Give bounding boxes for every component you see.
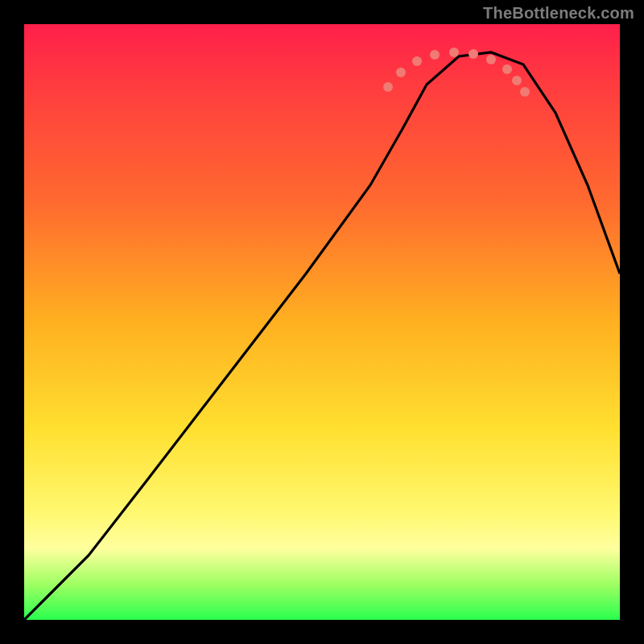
marker-dot xyxy=(469,49,478,59)
marker-dot xyxy=(520,87,530,97)
marker-dot xyxy=(412,56,422,66)
marker-dot xyxy=(396,68,406,77)
marker-dot xyxy=(502,64,512,74)
flat-region-markers xyxy=(24,24,620,620)
marker-dot xyxy=(486,55,496,64)
marker-dot xyxy=(430,50,440,60)
watermark-text: TheBottleneck.com xyxy=(483,5,634,21)
plot-area xyxy=(24,24,620,620)
marker-dot xyxy=(449,47,459,57)
marker-dot xyxy=(383,82,393,92)
outer-frame: TheBottleneck.com xyxy=(0,0,644,644)
marker-dot xyxy=(512,76,522,85)
